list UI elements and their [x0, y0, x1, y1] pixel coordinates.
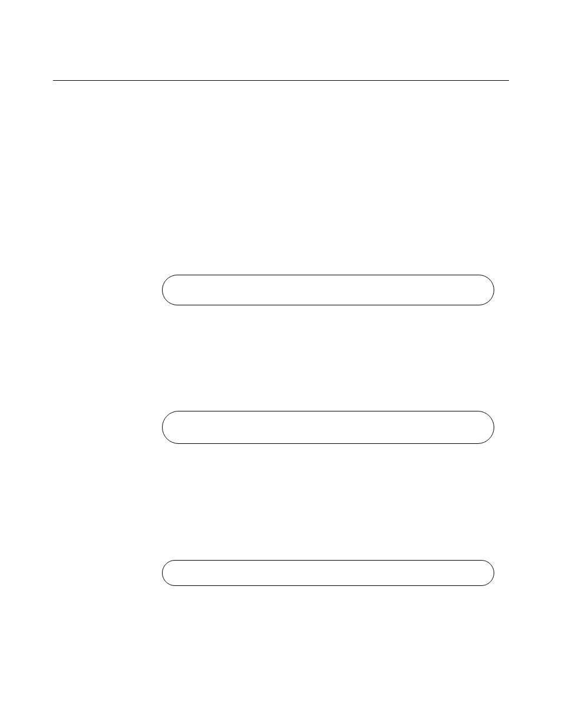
rounded-outline-shape — [162, 560, 494, 586]
rounded-outline-shape — [162, 411, 494, 444]
horizontal-divider — [53, 80, 509, 81]
rounded-outline-shape — [162, 275, 494, 305]
